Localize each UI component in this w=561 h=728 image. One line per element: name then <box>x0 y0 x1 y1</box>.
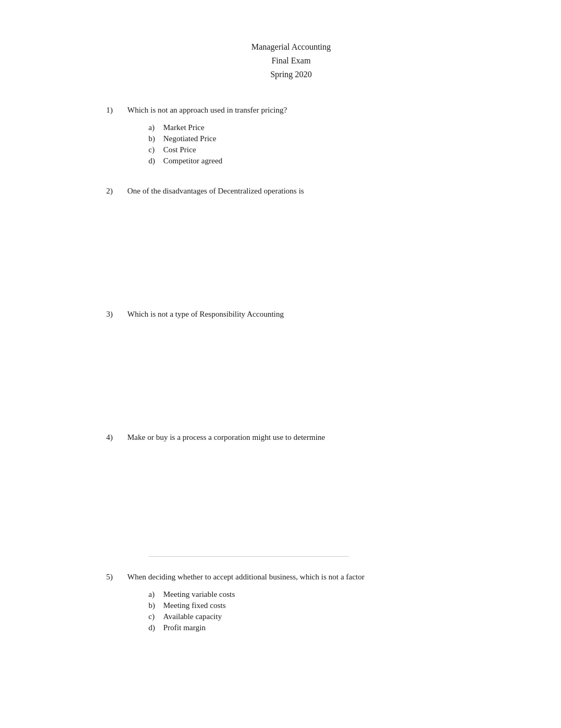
header-term: Spring 2020 <box>106 70 476 79</box>
answer-text: Meeting fixed costs <box>163 601 226 610</box>
answer-label: b) <box>148 601 163 610</box>
question-text-1: Which is not an approach used in transfe… <box>127 106 476 115</box>
question-row-2: 2) One of the disadvantages of Decentral… <box>106 187 476 196</box>
answer-text: Cost Price <box>163 145 196 154</box>
question-row-3: 3) Which is not a type of Responsibility… <box>106 310 476 319</box>
answer-label: a) <box>148 590 163 599</box>
page-header: Managerial Accounting Final Exam Spring … <box>106 42 476 79</box>
list-item: d) Competitor agreed <box>148 156 476 165</box>
blank-space-2 <box>106 204 476 289</box>
question-number-5: 5) <box>106 573 127 582</box>
answer-label: d) <box>148 156 163 165</box>
question-row-4: 4) Make or buy is a process a corporatio… <box>106 433 476 442</box>
list-item: b) Meeting fixed costs <box>148 601 476 610</box>
question-block-5: 5) When deciding whether to accept addit… <box>106 573 476 632</box>
question-number-2: 2) <box>106 187 127 196</box>
question-block-1: 1) Which is not an approach used in tran… <box>106 106 476 165</box>
list-item: c) Available capacity <box>148 612 476 621</box>
question-text-5: When deciding whether to accept addition… <box>127 573 476 582</box>
list-item: b) Negotiated Price <box>148 134 476 143</box>
question-text-4: Make or buy is a process a corporation m… <box>127 433 476 442</box>
section-divider <box>148 556 349 557</box>
answer-text: Market Price <box>163 123 204 132</box>
answer-list-1: a) Market Price b) Negotiated Price c) C… <box>106 123 476 165</box>
answer-label: b) <box>148 134 163 143</box>
answer-label: a) <box>148 123 163 132</box>
question-number-1: 1) <box>106 106 127 115</box>
questions-container: 1) Which is not an approach used in tran… <box>106 106 476 632</box>
question-text-3: Which is not a type of Responsibility Ac… <box>127 310 476 319</box>
list-item: a) Market Price <box>148 123 476 132</box>
list-item: d) Profit margin <box>148 623 476 632</box>
answer-text: Competitor agreed <box>163 156 222 165</box>
header-title: Managerial Accounting <box>106 42 476 52</box>
answer-text: Available capacity <box>163 612 222 621</box>
question-block-4: 4) Make or buy is a process a corporatio… <box>106 433 476 535</box>
answer-text: Meeting variable costs <box>163 590 235 599</box>
question-row-5: 5) When deciding whether to accept addit… <box>106 573 476 582</box>
header-subtitle: Final Exam <box>106 56 476 66</box>
blank-space-3 <box>106 327 476 412</box>
question-number-4: 4) <box>106 433 127 442</box>
list-item: a) Meeting variable costs <box>148 590 476 599</box>
question-number-3: 3) <box>106 310 127 319</box>
list-item: c) Cost Price <box>148 145 476 154</box>
question-row-1: 1) Which is not an approach used in tran… <box>106 106 476 115</box>
answer-list-5: a) Meeting variable costs b) Meeting fix… <box>106 590 476 632</box>
question-text-2: One of the disadvantages of Decentralize… <box>127 187 476 196</box>
question-block-2: 2) One of the disadvantages of Decentral… <box>106 187 476 289</box>
answer-label: d) <box>148 623 163 632</box>
blank-space-4 <box>106 450 476 535</box>
question-block-3: 3) Which is not a type of Responsibility… <box>106 310 476 412</box>
answer-text: Negotiated Price <box>163 134 216 143</box>
page-container: Managerial Accounting Final Exam Spring … <box>53 0 508 696</box>
answer-text: Profit margin <box>163 623 205 632</box>
answer-label: c) <box>148 612 163 621</box>
answer-label: c) <box>148 145 163 154</box>
